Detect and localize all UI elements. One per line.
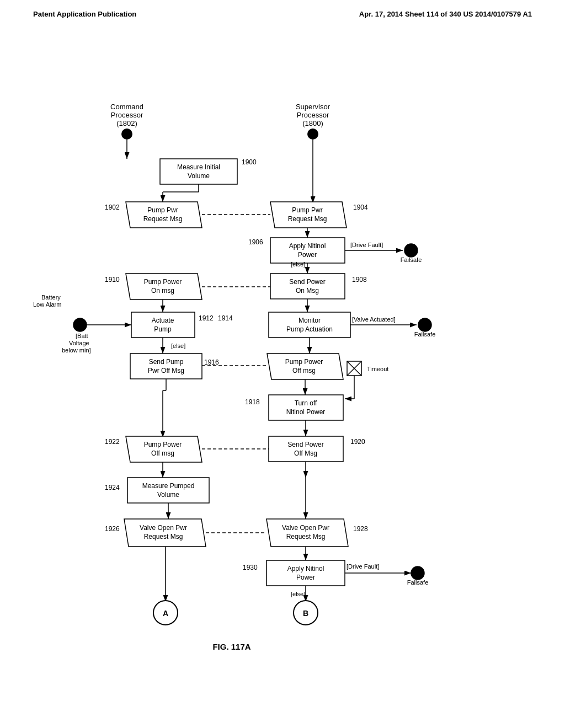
monitor-pump-t1: Monitor [299, 317, 321, 324]
lbl-1914-top: 1914 [218, 314, 233, 322]
failsafe-label-3: Failsafe [407, 579, 429, 586]
page-header: Patent Application Publication Apr. 17, … [0, 0, 565, 18]
send-power-on-box [270, 274, 345, 299]
failsafe-circle-3 [411, 566, 424, 580]
failsafe-circle-2 [418, 318, 431, 331]
sup-proc-label2: Processor [297, 111, 329, 119]
drive-fault-1-label: [Drive Fault] [350, 242, 383, 248]
valve-open-pwr-right-t2: Request Msg [286, 533, 326, 540]
pump-pwr-req-left-t1: Pump Pwr [147, 206, 178, 214]
valve-actuated-label: [Valve Actuated] [352, 316, 396, 323]
turn-off-nitinol-t2: Nitinol Power [286, 408, 326, 416]
send-pump-off-t2: Pwr Off Msg [148, 367, 184, 374]
measure-vol-box [160, 159, 237, 184]
failsafe-label-2: Failsafe [414, 331, 436, 338]
page: Patent Application Publication Apr. 17, … [0, 0, 565, 728]
diagram-container: Command Processor (1802) Supervisor Proc… [0, 18, 565, 680]
monitor-pump-box [269, 312, 350, 338]
lbl-1922: 1922 [105, 438, 120, 446]
sup-proc-label3: (1800) [302, 119, 323, 127]
start-sup [307, 129, 318, 140]
valve-open-pwr-left-t2: Request Msg [144, 533, 183, 540]
measure-pumped-t2: Volume [157, 491, 179, 499]
else-3-label: [else] [291, 591, 305, 597]
lbl-1928: 1928 [353, 525, 368, 533]
send-power-on-t1: Send Power [289, 278, 325, 286]
turn-off-nitinol-box [269, 395, 343, 420]
apply-nitinol2-t2: Power [296, 574, 315, 581]
actuate-pump-box [131, 312, 195, 338]
apply-nitinol2-box [266, 560, 345, 586]
apply-nitinol-t2: Power [298, 251, 317, 259]
lbl-1910: 1910 [105, 276, 120, 283]
batt-voltage-label: [Batt [76, 333, 88, 339]
header-left: Patent Application Publication [33, 10, 136, 18]
else-2-label: [else] [171, 342, 185, 349]
batt-voltage-label3: below min] [62, 347, 91, 354]
send-pump-off-box [130, 354, 202, 379]
failsafe-label-1: Failsafe [401, 256, 422, 263]
turn-off-nitinol-t1: Turn off [295, 399, 317, 407]
actuate-pump-t2: Pump [154, 325, 172, 333]
apply-nitinol-box [270, 238, 345, 263]
pump-pwr-req-right-t2: Request Msg [288, 215, 327, 223]
send-pump-off-t1: Send Pump [149, 358, 184, 366]
pump-power-off-left-t2: Off msg [151, 449, 174, 457]
cmd-proc-label: Command [110, 103, 143, 111]
pump-power-off-left-t1: Pump Power [144, 441, 182, 448]
measure-pumped-box [127, 478, 209, 503]
start-cmd [121, 129, 132, 140]
battery-low-text2: Low Alarm [33, 301, 61, 308]
else-1-label: [else] [291, 261, 305, 267]
lbl-1916: 1916 [204, 358, 219, 366]
measure-pumped-t1: Measure Pumped [142, 482, 195, 490]
lbl-1924: 1924 [105, 484, 120, 491]
header-right: Apr. 17, 2014 Sheet 114 of 340 US 2014/0… [359, 10, 532, 18]
lbl-1900: 1900 [242, 158, 257, 166]
actuate-pump-t1: Actuate [152, 317, 174, 324]
lbl-1918: 1918 [245, 398, 260, 406]
apply-nitinol-t1: Apply Nitinol [289, 242, 326, 250]
lbl-1906: 1906 [248, 238, 263, 246]
batt-voltage-label2: Voltage [69, 340, 89, 346]
send-power-off-t1: Send Power [287, 441, 323, 448]
send-power-off-box [269, 436, 343, 462]
valve-open-pwr-left-t1: Valve Open Pwr [140, 524, 187, 532]
lbl-1930: 1930 [243, 564, 258, 571]
lbl-1920: 1920 [350, 438, 365, 446]
failsafe-circle-1 [404, 244, 418, 257]
drive-fault-2-label: [Drive Fault] [347, 563, 379, 570]
lbl-1912: 1912 [199, 314, 214, 322]
send-power-off-t2: Off Msg [294, 449, 317, 457]
connector-a-label: A [163, 609, 168, 618]
pump-power-on-left-t2: On msg [151, 287, 174, 295]
battery-low-text1: Battery [41, 294, 61, 301]
measure-vol-text2: Volume [188, 172, 210, 180]
pump-power-off-t2: Off msg [292, 367, 316, 374]
pump-power-on-left-t1: Pump Power [144, 278, 182, 286]
sup-proc-label: Supervisor [296, 103, 331, 111]
valve-open-pwr-right-t1: Valve Open Pwr [282, 524, 329, 532]
cmd-proc-label2: Processor [111, 111, 143, 119]
lbl-1926: 1926 [105, 525, 120, 533]
lbl-1904: 1904 [353, 204, 368, 211]
lbl-1902: 1902 [105, 204, 120, 211]
fig-label: FIG. 117A [212, 642, 250, 651]
lbl-1908: 1908 [352, 276, 367, 283]
battery-low-alarm-circle [73, 318, 87, 331]
connector-b-label: B [303, 609, 308, 618]
pump-power-off-t1: Pump Power [285, 358, 323, 366]
cmd-proc-label3: (1802) [116, 119, 137, 127]
send-power-on-t2: On Msg [296, 287, 319, 295]
pump-pwr-req-left-t2: Request Msg [143, 215, 183, 223]
apply-nitinol2-t1: Apply Nitinol [287, 565, 324, 572]
measure-vol-text1: Measure Initial [177, 163, 220, 171]
pump-pwr-req-right-t1: Pump Pwr [292, 206, 322, 214]
diagram-svg: Command Processor (1802) Supervisor Proc… [0, 18, 565, 680]
timeout-label: Timeout [367, 366, 388, 372]
monitor-pump-t2: Pump Actuation [286, 325, 333, 333]
